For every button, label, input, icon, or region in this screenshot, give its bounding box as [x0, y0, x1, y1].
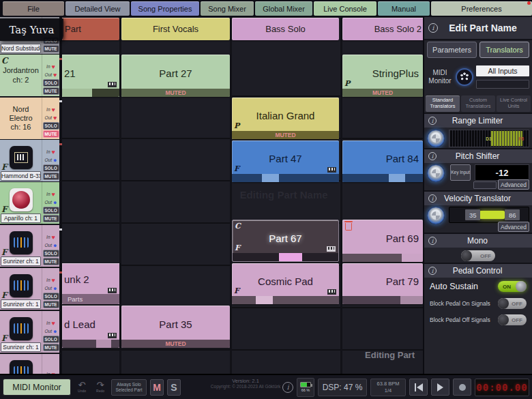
menu-preferences[interactable]: Preferences — [431, 1, 532, 16]
info-icon[interactable]: i — [428, 152, 437, 160]
part-cell-79[interactable]: Part 79 — [342, 263, 423, 304]
midi-in-heart-icon[interactable]: ♥ — [52, 234, 55, 241]
midi-out-heart-icon[interactable]: ♥ — [53, 115, 57, 121]
menu-live-console[interactable]: Live Console — [314, 1, 376, 16]
subtab-standard-translators[interactable]: Standard Translators — [426, 95, 460, 112]
info-icon[interactable]: i — [428, 194, 437, 203]
secondary-select[interactable] — [476, 80, 529, 89]
part-cell-italian-grand[interactable]: P Italian Grand MUTED — [232, 98, 339, 139]
menu-song-mixer[interactable]: Song Mixer — [201, 1, 254, 16]
midi-out-heart-icon[interactable]: ♥ — [53, 72, 57, 78]
mute-button[interactable]: MUTE — [43, 87, 59, 95]
midi-in-heart-icon[interactable]: ♥ — [52, 320, 55, 327]
mute-button[interactable]: MUTE — [43, 344, 59, 351]
solo-button[interactable]: SOLO — [43, 164, 59, 172]
track-sunrizer-4[interactable]: In♥ Out● SOLO — [0, 354, 59, 374]
column-header-first-vocals[interactable]: First Vocals — [121, 18, 230, 40]
velocity-max-value[interactable]: 86 — [505, 209, 520, 220]
bypass-knob[interactable] — [427, 207, 445, 224]
block-pedal-on-toggle[interactable]: OFF — [498, 298, 527, 309]
track-nord-electro[interactable]: Nord Electro ch: 16 In♥ Out♥ SOLO MUTE — [0, 98, 59, 140]
bypass-knob[interactable] — [427, 164, 445, 182]
menu-file[interactable]: File — [3, 1, 64, 16]
bypass-knob[interactable] — [427, 130, 445, 147]
part-cell-funk2[interactable]: unk 2 Parts — [62, 263, 119, 304]
pitch-aux-field[interactable] — [473, 181, 497, 189]
subtab-live-control-units[interactable]: Live Control Units — [497, 95, 531, 112]
menu-detailed-view[interactable]: Detailed View — [65, 1, 130, 16]
column-header-bass-solo[interactable]: Bass Solo — [232, 18, 339, 40]
midi-out-icon[interactable]: ● — [53, 285, 57, 292]
menu-global-mixer[interactable]: Global Mixer — [255, 1, 312, 16]
part-cell-21[interactable]: 21 — [62, 55, 119, 97]
info-icon[interactable]: i — [428, 23, 438, 33]
input-select[interactable]: All Inputs — [476, 65, 529, 76]
info-icon[interactable]: i — [428, 237, 437, 245]
global-solo-button[interactable]: S — [167, 379, 181, 396]
delete-part-trash-icon[interactable] — [344, 222, 353, 231]
part-cell-35[interactable]: Part 35 MUTED — [121, 306, 230, 348]
midi-out-icon[interactable]: ● — [53, 328, 57, 335]
midi-out-icon[interactable]: ● — [53, 157, 57, 164]
record-button[interactable] — [453, 379, 471, 396]
track-hammond[interactable]: F Hammond B-3X ch: 1 In♥ Out● SOLO MUTE — [0, 140, 59, 182]
tempo-display[interactable]: 63.8 BPM1/4 — [370, 379, 406, 396]
key-input-button[interactable]: Key Input — [450, 164, 471, 181]
midi-din-icon[interactable] — [456, 68, 473, 86]
global-mute-button[interactable]: M — [150, 379, 164, 396]
part-cell-cosmic-pad[interactable]: F Cosmic Pad — [232, 263, 339, 304]
key-range-keyboard[interactable]: D3 F6 — [449, 130, 529, 147]
part-cell-27[interactable]: Part 27 MUTED — [121, 55, 230, 97]
subtab-custom-translators[interactable]: Custom Translators — [461, 95, 495, 112]
redo-button[interactable]: ↷Redo — [93, 382, 108, 393]
mute-button[interactable]: MUTE — [43, 215, 59, 222]
midi-monitor-button[interactable]: MIDI Monitor — [3, 379, 71, 396]
velocity-range-slider[interactable]: 35 86 — [449, 207, 529, 223]
part-cell-69[interactable]: Part 69 — [342, 220, 423, 262]
track-aparillo[interactable]: F Aparillo ch: 1 In♥ Out● SOLO MUTE — [0, 182, 59, 224]
auto-sustain-toggle[interactable]: ON — [498, 281, 527, 292]
track-sunrizer-3[interactable]: F Sunrizer ch: 1 In♥ Out● SOLO MUTE — [0, 311, 59, 353]
column-header-bass-solo-2[interactable]: Bass Solo 2 — [342, 18, 423, 40]
mute-button[interactable]: MUTE — [43, 173, 59, 180]
midi-in-heart-icon[interactable]: ♥ — [52, 106, 55, 113]
track-jordantron[interactable]: C Jordantron ch: 2 In♥ Out♥ SOLO MUTE — [0, 55, 59, 97]
solo-button[interactable]: SOLO — [43, 122, 59, 130]
block-pedal-off-toggle[interactable]: OFF — [498, 314, 527, 325]
midi-out-icon[interactable]: ● — [53, 242, 57, 249]
velocity-min-value[interactable]: 35 — [465, 209, 480, 220]
track-scrollbar[interactable] — [59, 17, 62, 374]
advanced-button[interactable]: Advanced — [498, 222, 529, 232]
mute-button-active[interactable]: MUTE — [43, 130, 59, 138]
part-cell-67-selected[interactable]: C F Part 67 — [232, 220, 339, 262]
part-cell-stringplus[interactable]: P StringPlus MUTED — [342, 55, 423, 97]
undo-button[interactable]: ↶Undo — [74, 382, 89, 393]
always-solo-selected-part-button[interactable]: Always Solo Selected Part — [111, 379, 147, 396]
midi-in-heart-icon[interactable]: ♥ — [52, 277, 55, 284]
menu-manual[interactable]: Manual — [378, 1, 430, 16]
mono-toggle[interactable]: OFF — [461, 250, 495, 261]
column-header-part[interactable]: Part — [62, 18, 119, 40]
mute-button[interactable]: MUTE — [43, 301, 59, 308]
midi-in-heart-icon[interactable]: ♥ — [52, 191, 55, 198]
play-button[interactable] — [431, 379, 449, 396]
pitch-value-display[interactable]: -12 — [475, 164, 529, 181]
tab-translators[interactable]: Translators — [479, 42, 529, 58]
info-icon[interactable]: i — [428, 117, 437, 125]
part-cell-47[interactable]: F Part 47 — [232, 141, 339, 182]
midi-in-heart-icon[interactable]: ♥ — [52, 149, 55, 156]
skip-to-start-button[interactable] — [409, 379, 428, 396]
solo-button[interactable]: SOLO — [43, 207, 59, 214]
part-cell-84[interactable]: Part 84 — [342, 141, 423, 182]
mute-button[interactable]: MUTE — [43, 45, 59, 53]
solo-button[interactable]: SOLO — [43, 293, 59, 300]
solo-button[interactable]: SOLO — [43, 79, 59, 87]
mute-button[interactable]: MUTE — [43, 258, 59, 265]
track-sunrizer-1[interactable]: F Sunrizer ch: 1 In♥ Out● SOLO MUTE — [0, 225, 59, 267]
track-sunrizer-2[interactable]: F Sunrizer ch: 1 In♥ Out● SOLO MUTE — [0, 268, 59, 310]
advanced-button[interactable]: Advanced — [498, 179, 529, 190]
midi-out-icon[interactable]: ● — [53, 199, 57, 206]
solo-button[interactable]: SOLO — [43, 250, 59, 257]
solo-button[interactable]: SOLO — [43, 336, 59, 343]
part-cell-d-lead[interactable]: d Lead — [62, 306, 119, 348]
